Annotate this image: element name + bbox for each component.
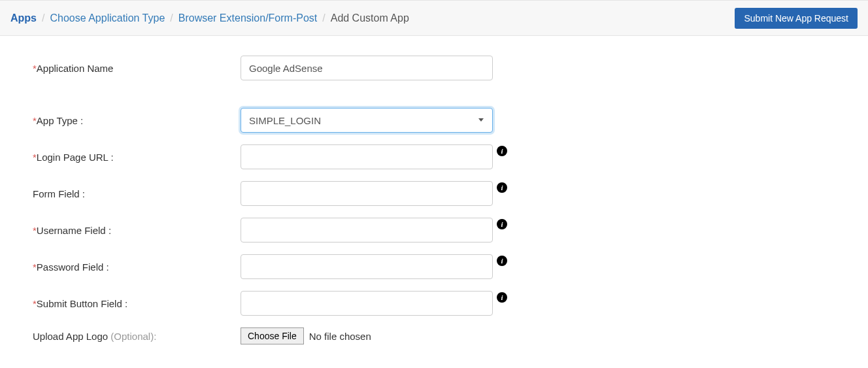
label-password-field: *Password Field : bbox=[33, 261, 241, 273]
info-icon[interactable]: i bbox=[497, 292, 507, 303]
label-text: Form Field : bbox=[33, 188, 85, 199]
breadcrumb-sep: / bbox=[42, 12, 44, 24]
label-text: Login Page URL : bbox=[37, 152, 114, 163]
label-submit-button-field: *Submit Button Field : bbox=[33, 298, 241, 309]
label-login-url: *Login Page URL : bbox=[33, 152, 241, 163]
label-text: Application Name bbox=[37, 63, 114, 74]
row-username-field: *Username Field : i bbox=[33, 218, 835, 243]
label-text: Password Field : bbox=[37, 261, 109, 273]
form-field-input[interactable] bbox=[241, 181, 493, 206]
submit-new-app-request-button[interactable]: Submit New App Request bbox=[735, 8, 858, 29]
breadcrumb-sep: / bbox=[322, 12, 325, 24]
form-container: *Application Name *App Type : SIMPLE_LOG… bbox=[0, 36, 868, 368]
row-form-field: Form Field : i bbox=[33, 181, 835, 206]
label-form-field: Form Field : bbox=[33, 188, 241, 199]
row-password-field: *Password Field : i bbox=[33, 254, 835, 279]
label-text: Username Field : bbox=[37, 225, 111, 236]
label-username-field: *Username Field : bbox=[33, 225, 241, 236]
breadcrumb-apps[interactable]: Apps bbox=[10, 12, 37, 24]
row-login-url: *Login Page URL : i bbox=[33, 144, 835, 169]
optional-text: (Optional): bbox=[110, 331, 156, 342]
info-icon[interactable]: i bbox=[497, 219, 507, 229]
login-page-url-input[interactable] bbox=[241, 144, 493, 169]
breadcrumb-browser-extension[interactable]: Browser Extension/Form-Post bbox=[178, 12, 318, 24]
app-type-select[interactable]: SIMPLE_LOGIN bbox=[241, 108, 493, 133]
label-app-type: *App Type : bbox=[33, 115, 241, 126]
breadcrumb-sep: / bbox=[170, 12, 173, 24]
file-status: No file chosen bbox=[309, 331, 371, 342]
username-field-input[interactable] bbox=[241, 218, 493, 243]
label-text: App Type : bbox=[37, 115, 83, 126]
info-icon[interactable]: i bbox=[497, 146, 507, 156]
row-upload-logo: Upload App Logo (Optional): Choose File … bbox=[33, 327, 835, 344]
choose-file-button[interactable]: Choose File bbox=[241, 327, 304, 344]
breadcrumb: Apps / Choose Application Type / Browser… bbox=[10, 12, 409, 24]
row-app-type: *App Type : SIMPLE_LOGIN bbox=[33, 108, 835, 133]
header-bar: Apps / Choose Application Type / Browser… bbox=[0, 0, 868, 36]
label-upload-logo: Upload App Logo (Optional): bbox=[33, 331, 241, 342]
breadcrumb-current: Add Custom App bbox=[331, 12, 409, 24]
row-application-name: *Application Name bbox=[33, 56, 835, 80]
label-text: Submit Button Field : bbox=[37, 298, 127, 309]
breadcrumb-choose-type[interactable]: Choose Application Type bbox=[50, 12, 165, 24]
label-text: Upload App Logo bbox=[33, 331, 110, 342]
submit-button-field-input[interactable] bbox=[241, 291, 493, 316]
label-application-name: *Application Name bbox=[33, 63, 241, 74]
application-name-input[interactable] bbox=[241, 56, 493, 80]
password-field-input[interactable] bbox=[241, 254, 493, 279]
row-submit-button-field: *Submit Button Field : i bbox=[33, 291, 835, 316]
info-icon[interactable]: i bbox=[497, 256, 507, 266]
info-icon[interactable]: i bbox=[497, 182, 507, 193]
